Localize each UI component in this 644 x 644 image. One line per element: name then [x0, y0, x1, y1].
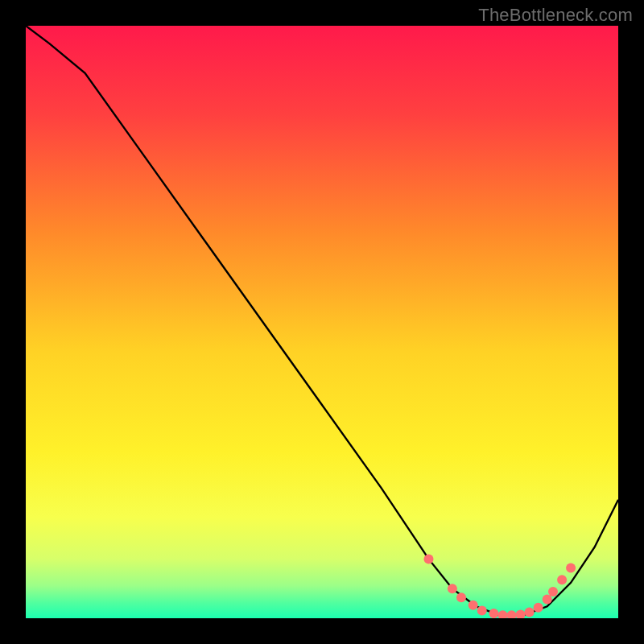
highlight-dot [557, 575, 567, 584]
highlight-dot [469, 601, 478, 610]
bottleneck-curve [26, 26, 618, 615]
highlight-dot [525, 608, 535, 617]
attribution-text: TheBottleneck.com [478, 5, 633, 26]
highlight-dot [424, 554, 434, 564]
chart-svg [26, 26, 618, 618]
highlight-dot [456, 592, 466, 602]
highlight-dots [424, 554, 576, 618]
highlight-dot [477, 605, 487, 615]
highlight-dot [507, 610, 517, 618]
plot-area [26, 26, 618, 618]
highlight-dot [534, 603, 543, 613]
highlight-dot [548, 587, 558, 597]
highlight-dot [566, 563, 576, 572]
highlight-dot [489, 609, 498, 618]
chart-frame: TheBottleneck.com [0, 0, 644, 644]
highlight-dot [516, 610, 526, 618]
highlight-dot [543, 594, 552, 604]
highlight-dot [498, 610, 508, 618]
highlight-dot [448, 584, 457, 593]
